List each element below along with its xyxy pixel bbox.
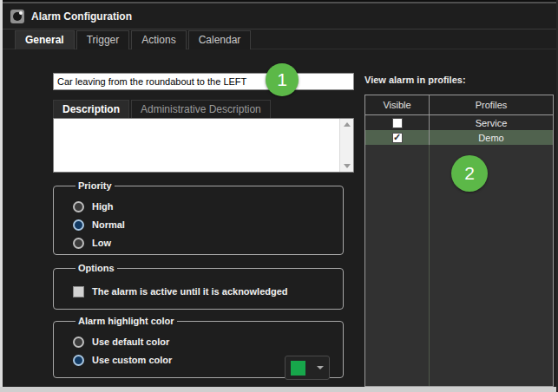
radio-normal-label[interactable]: Normal <box>92 219 125 230</box>
window-left-border <box>0 0 3 392</box>
titlebar-divider <box>3 29 558 29</box>
radio-low-label[interactable]: Low <box>92 238 111 248</box>
tab-description[interactable]: Description <box>53 100 129 119</box>
highlight-color-legend: Alarm highlight color <box>75 316 177 326</box>
profile-name-service[interactable]: Service <box>430 115 553 130</box>
description-text[interactable] <box>54 119 339 172</box>
chevron-down-icon <box>317 366 324 369</box>
radio-custom-color[interactable] <box>73 355 84 366</box>
radio-high-label[interactable]: High <box>92 201 113 212</box>
scroll-down-icon[interactable] <box>344 164 351 168</box>
column-header-visible[interactable]: Visible <box>365 95 430 114</box>
visible-checkbox-service[interactable] <box>392 118 403 128</box>
profiles-table: Visible Profiles Service ✓ Demo <box>364 95 554 387</box>
priority-normal-option[interactable]: Normal <box>73 219 336 231</box>
acknowledge-label[interactable]: The alarm is active until it is acknowle… <box>92 286 288 297</box>
textarea-scrollbar[interactable] <box>339 119 353 172</box>
window-top-border-line <box>0 2 558 3</box>
priority-legend: Priority <box>75 180 115 191</box>
window-title: Alarm Configuration <box>31 10 132 23</box>
profiles-table-header: Visible Profiles <box>365 95 553 115</box>
default-color-label[interactable]: Use default color <box>92 336 169 347</box>
table-row-demo[interactable]: ✓ Demo <box>365 130 553 145</box>
check-icon: ✓ <box>393 133 401 142</box>
tab-administrative-description[interactable]: Administrative Description <box>131 100 271 119</box>
priority-high-option[interactable]: High <box>73 200 336 212</box>
window-bottom-border <box>0 387 558 392</box>
alarm-configuration-dialog: Alarm Configuration General Trigger Acti… <box>0 0 558 392</box>
custom-color-label[interactable]: Use custom color <box>92 355 172 365</box>
options-legend: Options <box>75 263 117 273</box>
priority-groupbox: Priority High Normal Low <box>53 180 344 255</box>
acknowledge-option[interactable]: The alarm is active until it is acknowle… <box>73 285 336 297</box>
scroll-up-icon[interactable] <box>344 122 351 127</box>
table-row-service[interactable]: Service <box>365 115 553 130</box>
visible-checkbox-demo[interactable]: ✓ <box>392 133 403 143</box>
radio-high[interactable] <box>73 201 84 212</box>
annotation-circle-2: 2 <box>451 155 488 192</box>
color-swatch <box>291 361 305 376</box>
column-header-profiles[interactable]: Profiles <box>430 95 553 114</box>
description-textarea[interactable] <box>53 118 354 173</box>
priority-low-option[interactable]: Low <box>73 237 336 249</box>
tab-calendar[interactable]: Calendar <box>188 30 252 49</box>
annotation-circle-1: 1 <box>266 63 299 96</box>
titlebar: Alarm Configuration <box>3 5 556 28</box>
alarm-name-input[interactable] <box>53 73 354 90</box>
profiles-panel-label: View alarm in profiles: <box>364 75 466 85</box>
alarm-app-icon <box>10 10 24 23</box>
tab-trigger[interactable]: Trigger <box>76 30 130 49</box>
tab-general[interactable]: General <box>15 30 75 49</box>
acknowledge-checkbox[interactable] <box>73 286 84 297</box>
radio-normal[interactable] <box>73 219 84 231</box>
profile-name-demo[interactable]: Demo <box>430 130 553 145</box>
highlight-color-groupbox: Alarm highlight color Use default color … <box>53 316 344 378</box>
description-tabbar: Description Administrative Description <box>53 100 272 119</box>
radio-low[interactable] <box>73 238 84 249</box>
radio-default-color[interactable] <box>73 336 84 348</box>
custom-color-dropdown[interactable] <box>285 356 330 380</box>
main-tabbar: General Trigger Actions Calendar <box>15 30 253 49</box>
tab-actions[interactable]: Actions <box>131 30 186 49</box>
options-groupbox: Options The alarm is active until it is … <box>53 263 344 310</box>
default-color-option[interactable]: Use default color <box>73 336 336 348</box>
